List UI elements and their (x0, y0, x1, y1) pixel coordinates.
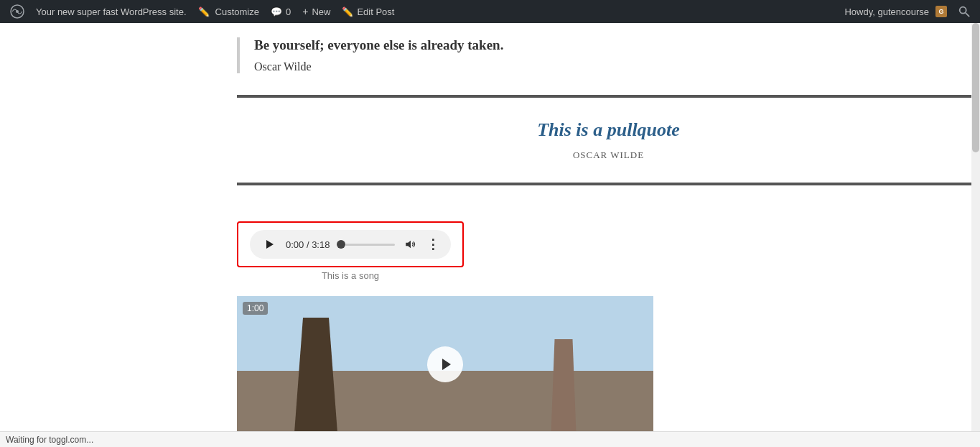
svg-point-1 (16, 10, 19, 13)
pullquote-block: This is a pullquote OSCAR WILDE (237, 95, 980, 185)
avatar: G (935, 6, 947, 17)
audio-player-highlight: 0:00 / 3:18 ⋮ (237, 221, 464, 267)
audio-block: 0:00 / 3:18 ⋮ This is a song (237, 221, 464, 281)
howdy-menu[interactable]: Howdy, gutencourse G (839, 0, 953, 23)
customize-link[interactable]: ✏️ Customize (192, 0, 265, 23)
audio-caption: This is a song (237, 270, 464, 281)
blockquote-text: Be yourself; everyone else is already ta… (254, 37, 980, 53)
scrollbar-thumb[interactable] (972, 23, 979, 152)
search-button[interactable] (953, 0, 976, 23)
audio-more-button[interactable]: ⋮ (426, 238, 439, 251)
audio-progress-bar (345, 244, 395, 246)
svg-marker-5 (406, 241, 411, 249)
wp-logo-menu[interactable] (4, 0, 30, 23)
plus-icon: + (302, 6, 308, 17)
video-duration-badge: 1:00 (243, 302, 268, 315)
wp-logo-icon (10, 4, 24, 19)
audio-time-display: 0:00 / 3:18 (286, 239, 330, 250)
comment-icon: 💬 (271, 6, 282, 17)
comments-link[interactable]: 💬 0 (265, 0, 297, 23)
scrollbar[interactable] (971, 23, 980, 447)
adminbar-right: Howdy, gutencourse G (839, 0, 976, 23)
page-wrapper: Be yourself; everyone else is already ta… (0, 23, 980, 447)
audio-volume-button[interactable] (402, 236, 419, 253)
audio-progress-track[interactable] (337, 240, 395, 249)
svg-point-2 (960, 7, 966, 14)
blockquote-block: Be yourself; everyone else is already ta… (237, 37, 980, 73)
site-name-link[interactable]: Your new super fast WordPress site. (30, 0, 192, 23)
audio-player: 0:00 / 3:18 ⋮ (250, 230, 451, 259)
svg-marker-4 (266, 240, 274, 249)
blockquote-author: Oscar Wilde (254, 60, 311, 73)
pullquote-text: This is a pullquote (266, 119, 951, 141)
statue-shape (546, 339, 582, 433)
edit-post-link[interactable]: ✏️ Edit Post (336, 0, 400, 23)
new-content-link[interactable]: + New (297, 0, 336, 23)
tower-shape (294, 318, 337, 433)
site-name-text: Your new super fast WordPress site. (36, 6, 187, 17)
audio-play-button[interactable] (261, 236, 279, 253)
admin-bar: Your new super fast WordPress site. ✏️ C… (0, 0, 980, 23)
pencil-icon: ✏️ (198, 6, 210, 17)
comment-count: 0 (286, 6, 291, 17)
video-play-button[interactable] (427, 346, 463, 382)
status-text: Waiting for toggl.com... (6, 435, 93, 445)
svg-marker-6 (442, 359, 451, 370)
edit-icon: ✏️ (342, 6, 353, 17)
audio-progress-dot (337, 240, 345, 249)
status-bar: Waiting for toggl.com... (0, 431, 980, 447)
video-block: 1:00 (237, 296, 653, 433)
pullquote-author: OSCAR WILDE (266, 149, 951, 161)
svg-line-3 (966, 13, 969, 17)
